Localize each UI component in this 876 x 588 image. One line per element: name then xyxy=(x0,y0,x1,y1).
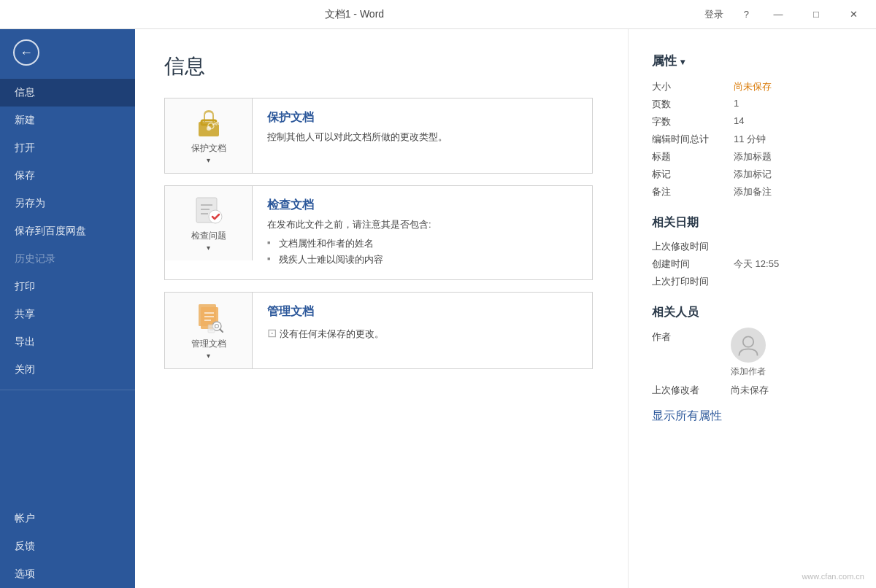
help-button[interactable]: ? xyxy=(739,6,753,23)
close-button[interactable]: ✕ xyxy=(841,4,867,25)
date-value-modified xyxy=(725,238,858,255)
login-button[interactable]: 登录 xyxy=(700,5,728,24)
sidebar-item-print[interactable]: 打印 xyxy=(0,273,135,301)
avatar xyxy=(731,328,766,363)
prop-value-title[interactable]: 添加标题 xyxy=(725,148,858,166)
date-value-created: 今天 12:55 xyxy=(725,255,858,273)
back-button[interactable]: ← xyxy=(13,39,39,66)
people-title: 相关人员 xyxy=(652,305,858,320)
prop-label-pages: 页数 xyxy=(652,96,725,113)
page-title: 信息 xyxy=(164,53,593,80)
date-row-created: 创建时间 今天 12:55 xyxy=(652,255,858,273)
manage-icon xyxy=(193,301,225,333)
prop-row-pages: 页数 1 xyxy=(652,96,858,113)
author-label: 作者 xyxy=(652,328,725,344)
minimize-button[interactable]: — xyxy=(765,4,791,25)
date-label-printed: 上次打印时间 xyxy=(652,273,725,290)
inspect-icon-label: 检查问题 xyxy=(191,230,226,242)
prop-value-tag[interactable]: 添加标记 xyxy=(725,166,858,183)
inspect-card: 检查问题 ▾ 检查文档 在发布此文件之前，请注意其是否包含: 文档属性和作者的姓… xyxy=(164,185,593,280)
date-label-modified: 上次修改时间 xyxy=(652,238,725,255)
prop-row-tag: 标记 添加标记 xyxy=(652,166,858,183)
manage-card: 管理文档 ▾ 管理文档 ⊡没有任何未保存的更改。 xyxy=(164,292,593,369)
cards-section: 保护文档 ▾ 保护文档 控制其他人可以对此文档所做的更改类型。 xyxy=(164,98,593,565)
sidebar-item-info[interactable]: 信息 xyxy=(0,79,135,107)
sidebar-bottom: 帐户 反馈 选项 xyxy=(0,505,135,588)
sidebar-item-share[interactable]: 共享 xyxy=(0,301,135,328)
sidebar-item-save[interactable]: 保存 xyxy=(0,162,135,190)
protect-card-title: 保护文档 xyxy=(267,110,577,125)
protect-body: 保护文档 控制其他人可以对此文档所做的更改类型。 xyxy=(253,98,592,157)
protect-icon-label: 保护文档 xyxy=(191,142,226,155)
add-author-label[interactable]: 添加作者 xyxy=(731,365,766,378)
titlebar-title: 文档1 - Word xyxy=(325,8,384,21)
prop-value-edittime: 11 分钟 xyxy=(725,131,858,148)
inspect-icon xyxy=(193,195,224,225)
titlebar-right: 登录 ? — □ ✕ xyxy=(700,4,867,25)
properties-caret[interactable]: ▾ xyxy=(680,57,685,67)
manage-body: 管理文档 ⊡没有任何未保存的更改。 xyxy=(253,293,592,355)
last-modifier-value: 尚未保存 xyxy=(731,384,769,397)
protect-card: 保护文档 ▾ 保护文档 控制其他人可以对此文档所做的更改类型。 xyxy=(164,98,593,174)
inspect-caret: ▾ xyxy=(207,244,210,252)
sidebar-item-account[interactable]: 帐户 xyxy=(0,505,135,533)
properties-table: 大小 尚未保存 页数 1 字数 14 编辑时间总计 11 分钟 标题 添加标 xyxy=(652,78,858,201)
titlebar: 文档1 - Word 登录 ? — □ ✕ xyxy=(0,0,876,29)
content-area: 信息 xyxy=(135,29,628,588)
sidebar-item-open[interactable]: 打开 xyxy=(0,134,135,162)
sidebar-item-export[interactable]: 导出 xyxy=(0,328,135,356)
inspect-card-title: 检查文档 xyxy=(267,198,577,213)
show-all-props-link[interactable]: 显示所有属性 xyxy=(652,409,722,422)
main-layout: ← 信息 新建 打开 保存 另存为 保存到百度网盘 历史记录 打印 共享 导出 … xyxy=(0,29,876,588)
sidebar: ← 信息 新建 打开 保存 另存为 保存到百度网盘 历史记录 打印 共享 导出 … xyxy=(0,29,135,588)
manage-icon-area[interactable]: 管理文档 ▾ xyxy=(165,293,253,368)
sidebar-back: ← xyxy=(0,29,135,76)
sidebar-item-new[interactable]: 新建 xyxy=(0,107,135,134)
sidebar-item-feedback[interactable]: 反馈 xyxy=(0,533,135,560)
prop-value-note[interactable]: 添加备注 xyxy=(725,183,858,201)
protect-card-desc: 控制其他人可以对此文档所做的更改类型。 xyxy=(267,130,577,145)
date-label-created: 创建时间 xyxy=(652,255,725,273)
manage-card-title: 管理文档 xyxy=(267,304,577,320)
properties-panel: 属性 ▾ 大小 尚未保存 页数 1 字数 14 编辑时间总计 11 xyxy=(628,29,876,588)
maximize-button[interactable]: □ xyxy=(803,4,829,25)
date-value-printed xyxy=(725,273,858,290)
prop-label-tag: 标记 xyxy=(652,166,725,183)
sidebar-item-save-baidu[interactable]: 保存到百度网盘 xyxy=(0,217,135,245)
protect-caret: ▾ xyxy=(207,156,210,164)
inspect-body: 检查文档 在发布此文件之前，请注意其是否包含: 文档属性和作者的姓名 残疾人士难… xyxy=(253,186,592,279)
sidebar-item-close[interactable]: 关闭 xyxy=(0,356,135,384)
manage-icon-label: 管理文档 xyxy=(191,338,226,350)
properties-title: 属性 ▾ xyxy=(652,53,858,69)
related-person: 作者 添加作者 上次修改者 尚未保存 xyxy=(652,328,858,424)
inspect-icon-area[interactable]: 检查问题 ▾ xyxy=(165,186,253,260)
watermark: www.cfan.com.cn xyxy=(802,572,864,581)
prop-row-words: 字数 14 xyxy=(652,113,858,131)
svg-rect-22 xyxy=(208,325,215,333)
dates-title: 相关日期 xyxy=(652,215,858,231)
inspect-list-item: 残疾人士难以阅读的内容 xyxy=(267,252,577,268)
inspect-card-desc: 在发布此文件之前，请注意其是否包含: xyxy=(267,217,577,233)
prop-label-words: 字数 xyxy=(652,113,725,131)
person-icon xyxy=(735,332,761,358)
prop-row-note: 备注 添加备注 xyxy=(652,183,858,201)
manage-caret: ▾ xyxy=(207,352,210,360)
sidebar-item-options[interactable]: 选项 xyxy=(0,560,135,588)
manage-card-desc: ⊡没有任何未保存的更改。 xyxy=(267,324,577,343)
lock-icon xyxy=(193,107,224,138)
date-row-printed: 上次打印时间 xyxy=(652,273,858,290)
sidebar-nav: 信息 新建 打开 保存 另存为 保存到百度网盘 历史记录 打印 共享 导出 关闭 xyxy=(0,79,135,384)
prop-label-title: 标题 xyxy=(652,148,725,166)
sidebar-item-save-as[interactable]: 另存为 xyxy=(0,190,135,217)
protect-icon-area[interactable]: 保护文档 ▾ xyxy=(165,98,253,173)
prop-label-size: 大小 xyxy=(652,78,725,96)
date-row-modified: 上次修改时间 xyxy=(652,238,858,255)
inspect-list: 文档属性和作者的姓名 残疾人士难以阅读的内容 xyxy=(267,236,577,268)
prop-value-size: 尚未保存 xyxy=(725,78,858,96)
inspect-list-item: 文档属性和作者的姓名 xyxy=(267,236,577,252)
prop-row-size: 大小 尚未保存 xyxy=(652,78,858,96)
svg-line-20 xyxy=(220,329,223,332)
prop-label-note: 备注 xyxy=(652,183,725,201)
prop-value-pages: 1 xyxy=(725,96,858,113)
last-modifier-label: 上次修改者 xyxy=(652,384,725,397)
